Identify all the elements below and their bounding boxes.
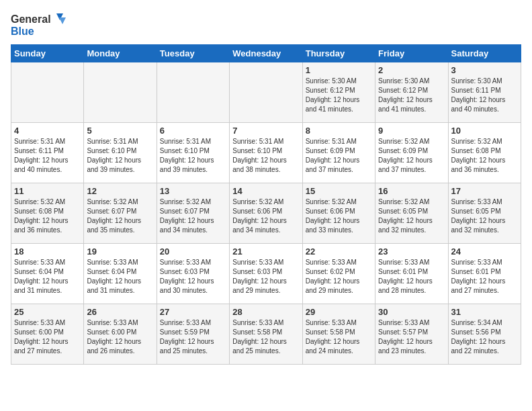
calendar-header: SundayMondayTuesdayWednesdayThursdayFrid… (11, 45, 521, 62)
logo-svg: GeneralBlue (11, 11, 71, 38)
day-number: 29 (306, 307, 372, 317)
calendar-cell: 26Sunrise: 5:33 AM Sunset: 6:00 PM Dayli… (84, 304, 157, 365)
day-number: 13 (160, 186, 226, 196)
day-info: Sunrise: 5:32 AM Sunset: 6:06 PM Dayligh… (306, 197, 372, 235)
calendar-cell: 8Sunrise: 5:31 AM Sunset: 6:09 PM Daylig… (302, 123, 375, 183)
day-info: Sunrise: 5:33 AM Sunset: 5:58 PM Dayligh… (306, 318, 372, 356)
day-info: Sunrise: 5:33 AM Sunset: 6:01 PM Dayligh… (378, 258, 445, 295)
day-number: 28 (232, 307, 299, 317)
calendar-cell: 28Sunrise: 5:33 AM Sunset: 5:58 PM Dayli… (230, 304, 302, 365)
calendar-body: 1Sunrise: 5:30 AM Sunset: 6:12 PM Daylig… (11, 62, 521, 365)
day-info: Sunrise: 5:33 AM Sunset: 6:04 PM Dayligh… (87, 258, 153, 295)
week-row-2: 4Sunrise: 5:31 AM Sunset: 6:11 PM Daylig… (11, 123, 521, 183)
calendar-cell: 17Sunrise: 5:33 AM Sunset: 6:05 PM Dayli… (448, 183, 521, 244)
calendar-cell: 9Sunrise: 5:32 AM Sunset: 6:09 PM Daylig… (375, 123, 448, 183)
calendar-cell: 22Sunrise: 5:33 AM Sunset: 6:02 PM Dayli… (302, 244, 375, 304)
day-info: Sunrise: 5:30 AM Sunset: 6:12 PM Dayligh… (378, 77, 445, 114)
calendar-cell: 30Sunrise: 5:33 AM Sunset: 5:57 PM Dayli… (375, 304, 448, 365)
day-info: Sunrise: 5:31 AM Sunset: 6:09 PM Dayligh… (306, 137, 372, 175)
day-number: 1 (306, 65, 372, 75)
calendar-cell: 5Sunrise: 5:31 AM Sunset: 6:10 PM Daylig… (84, 123, 157, 183)
header-cell-wednesday: Wednesday (230, 45, 302, 62)
day-number: 30 (378, 307, 445, 317)
day-info: Sunrise: 5:32 AM Sunset: 6:09 PM Dayligh… (378, 137, 445, 175)
day-number: 16 (378, 186, 445, 196)
day-info: Sunrise: 5:33 AM Sunset: 6:05 PM Dayligh… (451, 197, 518, 235)
day-number: 7 (232, 126, 299, 136)
logo: GeneralBlue (11, 11, 71, 38)
day-number: 12 (87, 186, 153, 196)
calendar-cell (11, 62, 84, 123)
calendar-cell: 1Sunrise: 5:30 AM Sunset: 6:12 PM Daylig… (302, 62, 375, 123)
calendar-cell (230, 62, 302, 123)
day-number: 25 (14, 307, 81, 317)
day-info: Sunrise: 5:30 AM Sunset: 6:11 PM Dayligh… (451, 77, 518, 114)
day-info: Sunrise: 5:33 AM Sunset: 5:59 PM Dayligh… (160, 318, 226, 356)
day-info: Sunrise: 5:33 AM Sunset: 6:03 PM Dayligh… (232, 258, 299, 295)
day-info: Sunrise: 5:32 AM Sunset: 6:08 PM Dayligh… (14, 197, 81, 235)
day-number: 15 (306, 186, 372, 196)
day-info: Sunrise: 5:31 AM Sunset: 6:10 PM Dayligh… (232, 137, 299, 175)
day-info: Sunrise: 5:32 AM Sunset: 6:05 PM Dayligh… (378, 197, 445, 235)
day-number: 22 (306, 246, 372, 257)
calendar-cell: 3Sunrise: 5:30 AM Sunset: 6:11 PM Daylig… (448, 62, 521, 123)
week-row-5: 25Sunrise: 5:33 AM Sunset: 6:00 PM Dayli… (11, 304, 521, 365)
calendar-cell: 25Sunrise: 5:33 AM Sunset: 6:00 PM Dayli… (11, 304, 84, 365)
day-info: Sunrise: 5:32 AM Sunset: 6:07 PM Dayligh… (160, 197, 226, 235)
day-number: 21 (232, 246, 299, 257)
day-number: 6 (160, 126, 226, 136)
header-cell-friday: Friday (375, 45, 448, 62)
calendar-cell: 21Sunrise: 5:33 AM Sunset: 6:03 PM Dayli… (230, 244, 302, 304)
svg-text:General: General (11, 13, 51, 25)
calendar-cell: 10Sunrise: 5:32 AM Sunset: 6:08 PM Dayli… (448, 123, 521, 183)
day-number: 20 (160, 246, 226, 257)
calendar-cell (157, 62, 229, 123)
day-number: 23 (378, 246, 445, 257)
calendar-cell: 6Sunrise: 5:31 AM Sunset: 6:10 PM Daylig… (157, 123, 229, 183)
day-info: Sunrise: 5:33 AM Sunset: 5:57 PM Dayligh… (378, 318, 445, 356)
day-info: Sunrise: 5:32 AM Sunset: 6:06 PM Dayligh… (232, 197, 299, 235)
week-row-4: 18Sunrise: 5:33 AM Sunset: 6:04 PM Dayli… (11, 244, 521, 304)
day-info: Sunrise: 5:31 AM Sunset: 6:11 PM Dayligh… (14, 137, 81, 175)
calendar-cell: 24Sunrise: 5:33 AM Sunset: 6:01 PM Dayli… (448, 244, 521, 304)
calendar-cell: 11Sunrise: 5:32 AM Sunset: 6:08 PM Dayli… (11, 183, 84, 244)
calendar-cell (84, 62, 157, 123)
calendar-cell: 20Sunrise: 5:33 AM Sunset: 6:03 PM Dayli… (157, 244, 229, 304)
calendar-cell: 15Sunrise: 5:32 AM Sunset: 6:06 PM Dayli… (302, 183, 375, 244)
header-cell-saturday: Saturday (448, 45, 521, 62)
calendar-cell: 14Sunrise: 5:32 AM Sunset: 6:06 PM Dayli… (230, 183, 302, 244)
day-info: Sunrise: 5:33 AM Sunset: 6:04 PM Dayligh… (14, 258, 81, 295)
day-info: Sunrise: 5:31 AM Sunset: 6:10 PM Dayligh… (160, 137, 226, 175)
day-number: 27 (160, 307, 226, 317)
calendar-cell: 29Sunrise: 5:33 AM Sunset: 5:58 PM Dayli… (302, 304, 375, 365)
day-number: 2 (378, 65, 445, 75)
day-info: Sunrise: 5:33 AM Sunset: 6:02 PM Dayligh… (306, 258, 372, 295)
calendar-cell: 23Sunrise: 5:33 AM Sunset: 6:01 PM Dayli… (375, 244, 448, 304)
svg-marker-3 (59, 17, 66, 24)
calendar-cell: 16Sunrise: 5:32 AM Sunset: 6:05 PM Dayli… (375, 183, 448, 244)
day-number: 24 (451, 246, 518, 257)
day-info: Sunrise: 5:32 AM Sunset: 6:07 PM Dayligh… (87, 197, 153, 235)
calendar-cell: 7Sunrise: 5:31 AM Sunset: 6:10 PM Daylig… (230, 123, 302, 183)
page-header: GeneralBlue (11, 11, 521, 38)
day-number: 31 (451, 307, 518, 317)
day-info: Sunrise: 5:33 AM Sunset: 6:00 PM Dayligh… (87, 318, 153, 356)
day-number: 17 (451, 186, 518, 196)
day-info: Sunrise: 5:33 AM Sunset: 6:01 PM Dayligh… (451, 258, 518, 295)
calendar-cell: 18Sunrise: 5:33 AM Sunset: 6:04 PM Dayli… (11, 244, 84, 304)
calendar-cell: 2Sunrise: 5:30 AM Sunset: 6:12 PM Daylig… (375, 62, 448, 123)
calendar-cell: 4Sunrise: 5:31 AM Sunset: 6:11 PM Daylig… (11, 123, 84, 183)
header-cell-monday: Monday (84, 45, 157, 62)
calendar-cell: 19Sunrise: 5:33 AM Sunset: 6:04 PM Dayli… (84, 244, 157, 304)
day-info: Sunrise: 5:33 AM Sunset: 6:03 PM Dayligh… (160, 258, 226, 295)
calendar-cell: 27Sunrise: 5:33 AM Sunset: 5:59 PM Dayli… (157, 304, 229, 365)
week-row-3: 11Sunrise: 5:32 AM Sunset: 6:08 PM Dayli… (11, 183, 521, 244)
day-info: Sunrise: 5:32 AM Sunset: 6:08 PM Dayligh… (451, 137, 518, 175)
day-number: 8 (306, 126, 372, 136)
day-number: 18 (14, 246, 81, 257)
calendar-cell: 12Sunrise: 5:32 AM Sunset: 6:07 PM Dayli… (84, 183, 157, 244)
day-number: 10 (451, 126, 518, 136)
day-number: 26 (87, 307, 153, 317)
day-number: 11 (14, 186, 81, 196)
day-info: Sunrise: 5:31 AM Sunset: 6:10 PM Dayligh… (87, 137, 153, 175)
